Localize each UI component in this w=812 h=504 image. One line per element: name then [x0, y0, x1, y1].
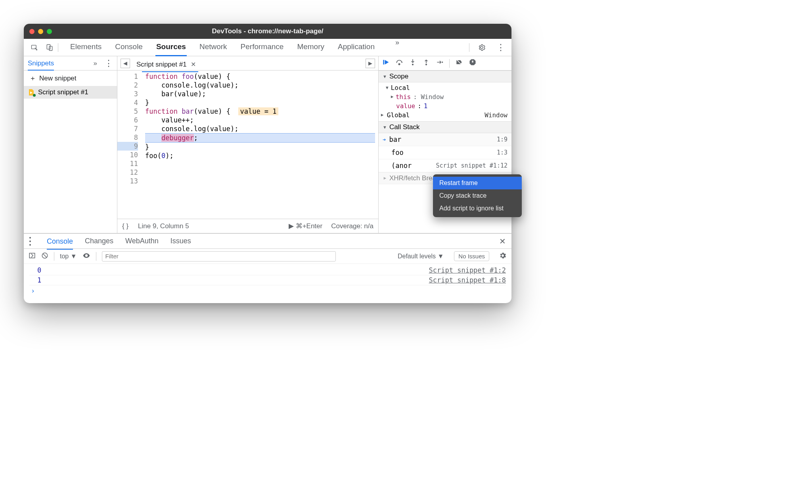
inline-value: value = 1	[238, 107, 278, 115]
code-editor[interactable]: 12345678 910111213 function foo(value) {…	[117, 71, 378, 219]
zoom-window[interactable]	[47, 29, 52, 34]
log-source[interactable]: Script snippet #1:2	[429, 266, 506, 274]
issues-button[interactable]: No Issues	[454, 251, 489, 261]
devtools-window: DevTools - chrome://new-tab-page/ Elemen…	[24, 24, 511, 303]
kebab-menu-icon[interactable]: ⋮	[494, 41, 508, 54]
run-snippet-button[interactable]: ▶ ⌘+Enter	[289, 222, 322, 230]
t: }	[145, 98, 375, 107]
tab-memory[interactable]: Memory	[296, 38, 325, 56]
tab-elements[interactable]: Elements	[69, 38, 102, 56]
tab-application[interactable]: Application	[337, 38, 375, 56]
t: (value) {	[194, 107, 239, 115]
device-toggle-icon[interactable]	[43, 41, 56, 54]
t: (value) {	[194, 73, 230, 80]
new-snippet-label: New snippet	[39, 74, 77, 82]
console-row[interactable]: 1Script snippet #1:8	[29, 275, 506, 285]
t: );	[165, 152, 173, 160]
drawer-tab-console[interactable]: Console	[47, 237, 73, 250]
separator	[449, 59, 450, 68]
tab-network[interactable]: Network	[199, 38, 228, 56]
context-selector[interactable]: top ▼	[60, 253, 77, 260]
titlebar: DevTools - chrome://new-tab-page/	[24, 24, 511, 39]
t: debugger	[161, 134, 194, 142]
console-row[interactable]: 0Script snippet #1:2	[29, 265, 506, 275]
settings-icon[interactable]	[475, 41, 488, 54]
clear-console-icon[interactable]	[41, 252, 48, 261]
t: 1	[424, 102, 428, 110]
console-sidebar-icon[interactable]	[29, 252, 36, 261]
scope-this[interactable]: ▼this: Window	[379, 92, 511, 101]
stack-frame[interactable]: (anorScript snippet #1:12	[379, 159, 511, 172]
nav-back-icon[interactable]: ◀	[121, 59, 130, 68]
separator	[96, 252, 96, 261]
step-over-icon[interactable]	[395, 58, 403, 68]
frame-fn: bar	[389, 136, 401, 143]
more-nav-tabs-icon[interactable]: »	[94, 59, 97, 67]
run-shortcut: ⌘+Enter	[296, 222, 323, 230]
nav-fwd-icon[interactable]: ▶	[366, 59, 375, 68]
frame-loc: 1:3	[497, 149, 508, 156]
console-prompt[interactable]: ›	[29, 285, 506, 295]
drawer-menu-icon[interactable]	[29, 237, 32, 246]
close-tab-icon[interactable]: ✕	[191, 61, 196, 68]
tab-console[interactable]: Console	[114, 38, 144, 56]
stack-frame[interactable]: foo1:3	[379, 146, 511, 159]
log-value: 1	[29, 276, 41, 284]
more-tabs-icon[interactable]: »	[395, 38, 399, 56]
t: bar	[178, 107, 194, 115]
scope-global[interactable]: ▼GlobalWindow	[379, 111, 511, 120]
t: bar(value);	[145, 90, 375, 98]
new-snippet-button[interactable]: ＋ New snippet	[24, 71, 117, 86]
drawer-tab-changes[interactable]: Changes	[85, 237, 113, 245]
callstack-body: ➔bar1:9 foo1:3 (anorScript snippet #1:12	[379, 133, 511, 172]
deactivate-breakpoints-icon[interactable]	[455, 58, 463, 68]
live-expression-icon[interactable]	[82, 252, 90, 261]
inspect-icon[interactable]	[28, 41, 41, 54]
drawer-tab-issues[interactable]: Issues	[170, 237, 191, 245]
console-toolbar: top ▼ Default levels ▼ No Issues	[24, 249, 511, 264]
t: ;	[194, 134, 198, 142]
file-tab[interactable]: Script snippet #1 ✕	[134, 58, 198, 72]
svg-point-6	[425, 64, 427, 65]
callstack-title: Call Stack	[389, 123, 420, 131]
console-filter-input[interactable]	[102, 251, 336, 262]
tab-performance[interactable]: Performance	[240, 38, 285, 56]
drawer-tab-webauthn[interactable]: WebAuthn	[125, 237, 159, 245]
svg-rect-10	[29, 253, 35, 258]
t: Window	[485, 111, 508, 119]
tab-sources[interactable]: Sources	[155, 38, 187, 56]
stack-frame[interactable]: ➔bar1:9	[379, 133, 511, 146]
t: value++;	[145, 116, 375, 124]
log-source[interactable]: Script snippet #1:8	[429, 276, 506, 284]
scope-local[interactable]: ▼Local	[379, 83, 511, 92]
scope-value[interactable]: value: 1	[379, 101, 511, 111]
close-drawer-icon[interactable]: ✕	[499, 237, 506, 246]
pause-exceptions-icon[interactable]	[469, 58, 477, 68]
cursor-pos: Line 9, Column 5	[138, 222, 189, 230]
close-window[interactable]	[29, 29, 34, 34]
pretty-print-icon[interactable]: { }	[122, 222, 128, 230]
step-out-icon[interactable]	[422, 58, 430, 68]
minimize-window[interactable]	[38, 29, 43, 34]
navigator-tab-snippets[interactable]: Snippets	[28, 59, 54, 71]
log-levels-selector[interactable]: Default levels ▼	[398, 253, 444, 260]
navigator-menu-icon[interactable]: ⋮	[104, 58, 113, 69]
file-tab-label: Script snippet #1	[136, 61, 187, 69]
t: }	[145, 143, 375, 151]
ctx-ignore-list[interactable]: Add script to ignore list	[433, 202, 522, 215]
ctx-copy-stack-trace[interactable]: Copy stack trace	[433, 189, 522, 202]
scope-header[interactable]: ▼Scope	[379, 71, 511, 82]
ctx-restart-frame[interactable]: Restart frame	[433, 177, 522, 189]
console-settings-icon[interactable]	[499, 252, 507, 261]
step-icon[interactable]	[436, 58, 444, 68]
resume-icon[interactable]	[382, 58, 390, 68]
navigator-tabs: Snippets » ⋮	[24, 56, 117, 71]
code-lines: function foo(value) { console.log(value)…	[142, 71, 378, 219]
t: :	[417, 102, 421, 110]
svg-rect-2	[49, 46, 52, 50]
callstack-header[interactable]: ▼Call Stack	[379, 121, 511, 133]
drawer-tabs: Console Changes WebAuthn Issues ✕	[24, 234, 511, 249]
snippet-list-item[interactable]: Script snippet #1	[24, 86, 117, 99]
step-into-icon[interactable]	[409, 58, 417, 68]
frame-loc: 1:9	[497, 136, 508, 143]
